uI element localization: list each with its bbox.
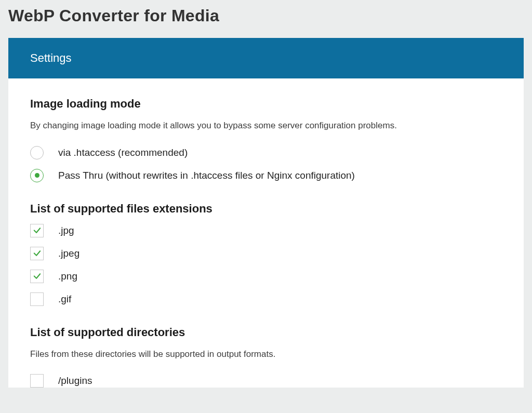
section-desc-loading-mode: By changing image loading mode it allows… [30,119,502,132]
checkbox-icon[interactable] [30,270,44,283]
checkbox-option-jpg[interactable]: .jpg [30,224,502,237]
settings-panel: Settings Image loading mode By changing … [8,38,524,388]
section-desc-directories: Files from these directories will be sup… [30,348,502,361]
radio-option-htaccess[interactable]: via .htaccess (recommended) [30,146,502,159]
checkbox-label: .jpg [58,225,74,236]
checkbox-icon[interactable] [30,247,44,260]
section-extensions: List of supported files extensions .jpg … [30,202,502,306]
checkbox-option-gif[interactable]: .gif [30,292,502,306]
radio-label: Pass Thru (without rewrites in .htaccess… [58,170,355,181]
radio-option-passthru[interactable]: Pass Thru (without rewrites in .htaccess… [30,169,502,182]
checkbox-icon[interactable] [30,292,44,306]
checkbox-icon[interactable] [30,374,44,388]
checkbox-option-jpeg[interactable]: .jpeg [30,247,502,260]
checkbox-option-png[interactable]: .png [30,270,502,283]
section-title-extensions: List of supported files extensions [30,202,502,216]
section-directories: List of supported directories Files from… [30,326,502,388]
radio-icon[interactable] [30,146,44,159]
section-title-directories: List of supported directories [30,326,502,339]
section-title-loading-mode: Image loading mode [30,97,502,111]
radio-icon[interactable] [30,169,44,182]
page-title: WebP Converter for Media [0,0,532,38]
checkbox-label: .png [58,271,77,282]
checkbox-option-plugins[interactable]: /plugins [30,374,502,388]
checkbox-label: /plugins [58,375,92,387]
panel-body: Image loading mode By changing image loa… [8,78,524,388]
checkbox-icon[interactable] [30,224,44,237]
panel-header: Settings [8,38,524,78]
checkbox-label: .jpeg [58,248,79,259]
radio-label: via .htaccess (recommended) [58,147,188,158]
section-loading-mode: Image loading mode By changing image loa… [30,97,502,182]
checkbox-label: .gif [58,294,71,305]
